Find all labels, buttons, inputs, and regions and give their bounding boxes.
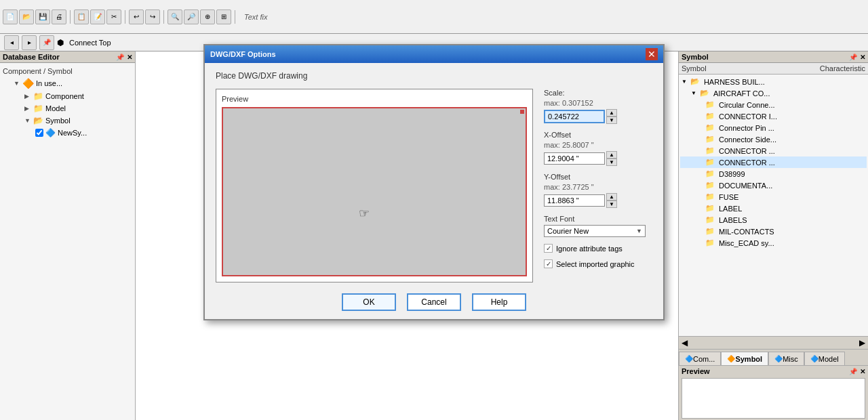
dialog-preview-label: Preview bbox=[222, 95, 527, 103]
collapse-left-icon[interactable]: ◀ bbox=[682, 338, 688, 348]
model-item[interactable]: ▶ 📁 Model bbox=[3, 102, 132, 114]
cursor-icon: ☞ bbox=[359, 206, 370, 221]
cancel-button[interactable]: Cancel bbox=[407, 293, 461, 311]
tree-item-label: Circular Conne... bbox=[719, 101, 775, 109]
save-btn[interactable]: 💾 bbox=[35, 9, 50, 24]
tree-folder-icon: 📂 bbox=[690, 77, 700, 86]
tree-expand-icon: ▼ bbox=[691, 90, 696, 96]
symbol-tree-item[interactable]: 📁Connector Pin ... bbox=[680, 122, 867, 133]
tab-misc[interactable]: 🔷 Misc bbox=[768, 352, 804, 365]
new-btn[interactable]: 📄 bbox=[3, 9, 18, 24]
select-imported-checkbox[interactable] bbox=[544, 259, 553, 268]
in-use-item[interactable]: ▼ 🔶 In use... bbox=[3, 77, 132, 90]
tree-item-label: DOCUMENTA... bbox=[719, 182, 772, 190]
symbol-columns: Symbol Characteristic bbox=[679, 63, 868, 75]
tree-folder-icon: 📁 bbox=[705, 192, 715, 201]
sym-close-icon[interactable]: ✕ bbox=[860, 54, 865, 61]
sym-pin-icon[interactable]: 📌 bbox=[849, 54, 857, 61]
db-close-icon[interactable]: ✕ bbox=[127, 54, 132, 61]
forward-btn[interactable]: ▸ bbox=[22, 35, 37, 50]
component-symbol-label: Component / Symbol bbox=[3, 66, 132, 77]
yoffset-down-btn[interactable]: ▼ bbox=[606, 201, 617, 208]
symbol-tree-item[interactable]: 📁D38999 bbox=[680, 168, 867, 180]
symbol-tree-item[interactable]: 📁MIL-CONTACTS bbox=[680, 226, 867, 237]
collapse-right-icon[interactable]: ▶ bbox=[859, 338, 865, 348]
tree-item-label: Connector Pin ... bbox=[719, 124, 774, 132]
yoffset-input[interactable] bbox=[544, 194, 605, 207]
symbol-tree-item[interactable]: 📁LABEL bbox=[680, 203, 867, 214]
dialog-preview-box: Preview ☞ bbox=[216, 89, 533, 282]
symbol-tree-item[interactable]: 📁Circular Conne... bbox=[680, 99, 867, 110]
new-symbol-item[interactable]: 🔷 NewSy... bbox=[3, 127, 132, 139]
back-btn[interactable]: ◂ bbox=[4, 35, 19, 50]
zoomout-btn[interactable]: 🔎 bbox=[184, 9, 199, 24]
tree-folder-icon: 📁 bbox=[705, 100, 715, 109]
ignore-attr-checkbox[interactable] bbox=[544, 244, 553, 253]
tree-expand-icon: ▼ bbox=[682, 79, 687, 85]
dialog-body: Place DWG/DXF drawing Preview ☞ Scale: m… bbox=[205, 63, 663, 319]
preview-pin-icon[interactable]: 📌 bbox=[849, 368, 857, 375]
tree-folder-icon: 📁 bbox=[705, 204, 715, 213]
xoffset-input[interactable] bbox=[544, 152, 605, 165]
symbol-tree-item[interactable]: ▼📂HARNESS BUIL... bbox=[680, 76, 867, 87]
zoom-btn[interactable]: 🔍 bbox=[167, 9, 182, 24]
tree-folder-icon: 📁 bbox=[705, 169, 715, 178]
ok-button[interactable]: OK bbox=[342, 293, 396, 311]
tab-com[interactable]: 🔷 Com... bbox=[679, 352, 721, 365]
symbol-item[interactable]: ▼ 📂 Symbol bbox=[3, 114, 132, 127]
scale-input[interactable] bbox=[544, 110, 605, 123]
symbol-tree-item[interactable]: 📁Misc_ECAD sy... bbox=[680, 237, 867, 249]
symbol-tree-item[interactable]: 📁Connector Side... bbox=[680, 133, 867, 145]
yoffset-spin-row: ▲ ▼ bbox=[544, 193, 652, 208]
dialog-titlebar: DWG/DXF Options ✕ bbox=[205, 45, 663, 63]
redo-btn[interactable]: ↪ bbox=[145, 9, 160, 24]
new-symbol-checkbox[interactable] bbox=[35, 129, 43, 137]
model-expand: ▶ bbox=[24, 105, 31, 112]
symbol-tree-item[interactable]: ▼📂AIRCRAFT CO... bbox=[680, 87, 867, 99]
print-btn[interactable]: 🖨 bbox=[52, 9, 66, 24]
tab-symbol[interactable]: 🔶 Symbol bbox=[721, 352, 768, 365]
pin-btn[interactable]: 📌 bbox=[39, 35, 54, 50]
tree-item-label: Connector Side... bbox=[719, 135, 776, 144]
ignore-attr-label: Ignore attribute tags bbox=[556, 245, 623, 253]
xoffset-up-btn[interactable]: ▲ bbox=[606, 151, 617, 159]
cut-btn[interactable]: ✂ bbox=[106, 9, 121, 24]
copy-btn[interactable]: 📋 bbox=[74, 9, 89, 24]
db-pin-icon[interactable]: 📌 bbox=[116, 54, 124, 61]
tree-folder-icon: 📁 bbox=[705, 158, 715, 167]
sep2 bbox=[125, 10, 125, 24]
select-imported-label: Select imported graphic bbox=[556, 260, 635, 268]
tab-model[interactable]: 🔷 Model bbox=[804, 352, 845, 365]
tree-folder-icon: 📁 bbox=[705, 135, 715, 144]
xoffset-down-btn[interactable]: ▼ bbox=[606, 159, 617, 166]
paste-btn[interactable]: 📝 bbox=[90, 9, 105, 24]
preview-label: Preview bbox=[682, 367, 710, 375]
symbol-tree-item[interactable]: 📁LABELS bbox=[680, 214, 867, 226]
xoffset-spin-btns: ▲ ▼ bbox=[606, 151, 617, 166]
symbol-tree-item[interactable]: 📁CONNECTOR ... bbox=[680, 156, 867, 168]
open-btn[interactable]: 📂 bbox=[19, 9, 34, 24]
yoffset-up-btn[interactable]: ▲ bbox=[606, 193, 617, 201]
symbol-tree-item[interactable]: 📁FUSE bbox=[680, 191, 867, 203]
tree-item-label: MIL-CONTACTS bbox=[719, 228, 774, 236]
help-button[interactable]: Help bbox=[472, 293, 526, 311]
symbol-folder-icon: 📂 bbox=[33, 116, 43, 125]
font-dropdown[interactable]: Courier New ▼ bbox=[544, 225, 646, 237]
tree-item-label: HARNESS BUIL... bbox=[704, 78, 765, 86]
component-item[interactable]: ▶ 📁 Component bbox=[3, 90, 132, 102]
symbol-tree-item[interactable]: 📁CONNECTOR ... bbox=[680, 145, 867, 156]
db-editor-header: Database Editor 📌 ✕ bbox=[0, 51, 135, 63]
symbol-tree-item[interactable]: 📁DOCUMENTA... bbox=[680, 180, 867, 191]
dwg-dxf-dialog: DWG/DXF Options ✕ Place DWG/DXF drawing … bbox=[203, 44, 665, 320]
zoomwin-btn[interactable]: ⊞ bbox=[216, 9, 231, 24]
scale-up-btn[interactable]: ▲ bbox=[606, 109, 617, 117]
right-panel: Symbol 📌 ✕ Symbol Characteristic ▼📂HARNE… bbox=[678, 51, 868, 420]
dialog-close-btn[interactable]: ✕ bbox=[646, 48, 658, 60]
undo-btn[interactable]: ↩ bbox=[129, 9, 144, 24]
new-symbol-label: NewSy... bbox=[58, 129, 87, 137]
symbol-tree-item[interactable]: 📁CONNECTOR I... bbox=[680, 110, 867, 122]
bottom-tabs: 🔷 Com... 🔶 Symbol 🔷 Misc 🔷 Model bbox=[679, 349, 868, 365]
preview-close-icon[interactable]: ✕ bbox=[860, 368, 865, 375]
fit-btn[interactable]: ⊕ bbox=[200, 9, 215, 24]
scale-down-btn[interactable]: ▼ bbox=[606, 117, 617, 124]
